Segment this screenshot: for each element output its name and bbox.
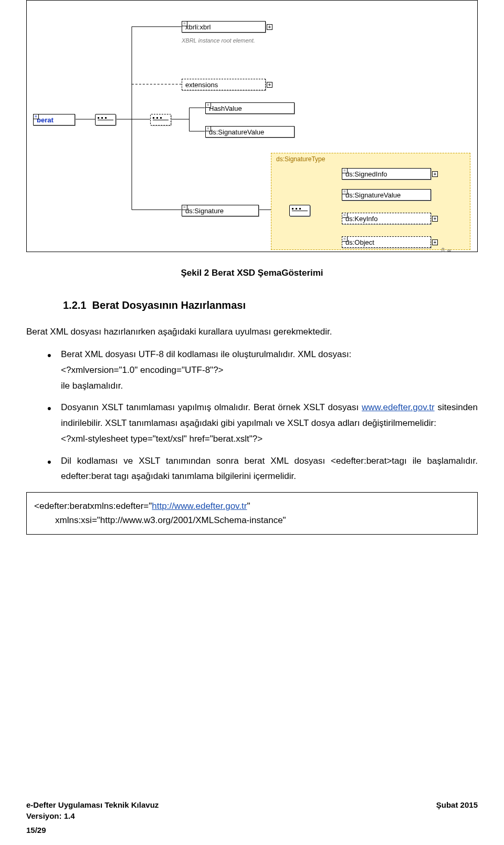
list-item: Dil kodlaması ve XSLT tanımından sonra b… (47, 453, 478, 485)
node-hashvalue: = HashValue (205, 102, 295, 114)
annotation-xbrl: XBRL instance root element. (182, 37, 287, 44)
sequence-connector (289, 205, 310, 216)
intro-paragraph: Berat XML dosyası hazırlanırken aşağıdak… (26, 325, 478, 339)
sequence-connector (150, 114, 171, 126)
figure-caption: Şekil 2 Berat XSD ŞemaGösterimi (26, 268, 478, 278)
node-ds-signature: = ds:Signature (182, 205, 259, 216)
expand-icon: + (432, 239, 438, 245)
rules-list: Berat XML dosyası UTF-8 dil kodlaması il… (47, 347, 478, 484)
node-extensions: extensions + (182, 79, 266, 90)
list-item: Dosyanın XSLT tanımlaması yapılmış olmal… (47, 400, 478, 446)
expand-icon: + (432, 171, 438, 177)
page-number: 15/29 (26, 826, 478, 834)
sequence-connector (95, 114, 116, 126)
cardinality-label: 0..∞ (442, 247, 451, 253)
section-heading: 1.2.1 Berat Dosyasının Hazırlanması (63, 299, 478, 311)
node-signaturevalue: = ds:SignatureValue (205, 126, 295, 138)
footer-date: Şubat 2015 (436, 800, 478, 809)
xsd-schema-diagram: = berat = xbrli:xbrl + XBRL instance roo… (26, 0, 478, 252)
node-berat: = berat (33, 114, 75, 126)
expand-icon: + (267, 82, 272, 88)
expand-icon: + (267, 24, 272, 30)
node-xbrli-xbrl: = xbrli:xbrl + (182, 21, 266, 33)
node-dsobject: = ds:Object + (342, 236, 431, 248)
node-signedinfo: = ds:SignedInfo + (342, 168, 431, 180)
footer-title: e-Defter Uygulaması Teknik Kılavuz (26, 800, 159, 809)
page-footer: e-Defter Uygulaması Teknik Kılavuz Şubat… (26, 800, 478, 834)
code-block: <edefter:beratxmlns:edefter="http://www.… (26, 492, 478, 534)
label-signature-type: ds:SignatureType (276, 155, 325, 163)
node-keyinfo: = ds:KeyInfo + (342, 213, 431, 224)
list-item: Berat XML dosyası UTF-8 dil kodlaması il… (47, 347, 478, 393)
link-edefter[interactable]: www.edefter.gov.tr (362, 402, 435, 412)
node-signaturevalue-2: = ds:SignatureValue (342, 189, 431, 201)
footer-version: Versiyon: 1.4 (26, 811, 75, 820)
link-edefter-ns[interactable]: http://www.edefter.gov.tr (152, 501, 247, 511)
expand-icon: + (432, 216, 438, 222)
group-signature-type (271, 153, 470, 250)
